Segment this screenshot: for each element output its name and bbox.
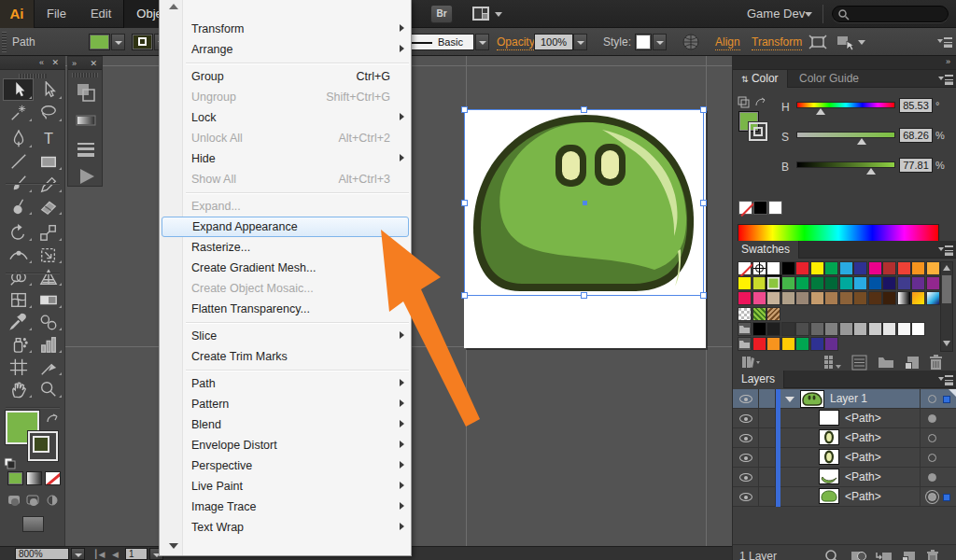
menu-item-blend[interactable]: Blend (160, 414, 411, 435)
swatch-grad-bw[interactable] (897, 291, 911, 305)
visibility-eye-icon[interactable] (739, 434, 752, 442)
swatch[interactable] (752, 322, 766, 336)
selection-handle[interactable] (581, 292, 587, 299)
symbols-panel-icon[interactable] (71, 165, 101, 189)
swatch-pat-checker[interactable] (738, 307, 752, 321)
delete-layer-icon[interactable] (925, 549, 940, 560)
panel-menu-icon[interactable] (938, 75, 953, 84)
drawing-mode-buttons[interactable] (7, 493, 60, 508)
zoom-level-field[interactable]: 800% (15, 548, 69, 560)
panel-grip[interactable] (72, 73, 98, 77)
swatch[interactable] (911, 261, 925, 275)
layer-name[interactable]: <Path> (845, 490, 881, 503)
search-input[interactable] (832, 6, 949, 22)
prev-artboard-icon[interactable]: ◀ (112, 550, 119, 559)
target-circle[interactable] (928, 454, 936, 462)
clipping-mask-icon[interactable] (851, 549, 867, 560)
gradient-panel-icon[interactable] (71, 109, 101, 133)
menubar-item-edit[interactable]: Edit (78, 0, 123, 28)
layer-thumbnail[interactable] (819, 488, 839, 504)
tab-layers[interactable]: Layers (733, 371, 784, 388)
scroll-down-icon[interactable] (942, 339, 951, 350)
scrollbar-thumb[interactable] (942, 275, 951, 303)
swatch[interactable] (853, 276, 867, 290)
gradient-mode-button[interactable] (26, 471, 42, 485)
swatch[interactable] (781, 261, 795, 275)
visibility-eye-icon[interactable] (739, 473, 752, 482)
swatch[interactable] (824, 291, 838, 305)
visibility-eye-icon[interactable] (739, 493, 752, 501)
menu-item-image-trace[interactable]: Image Trace (160, 497, 411, 517)
chevron-down-icon[interactable] (858, 40, 865, 45)
lasso-tool[interactable] (33, 101, 63, 123)
workspace-switcher[interactable]: Game Dev (747, 0, 805, 28)
style-swatch[interactable] (635, 34, 652, 50)
rectangle-tool[interactable] (33, 149, 63, 172)
layer-thumbnail[interactable] (819, 469, 839, 484)
eyedropper-tool[interactable] (3, 310, 34, 332)
first-artboard-icon[interactable]: ┃◀ (93, 550, 105, 559)
layer-name[interactable]: <Path> (845, 412, 881, 425)
layer-thumbnail[interactable] (800, 390, 824, 408)
stroke-panel-icon[interactable] (71, 137, 101, 161)
perspective-grid-tool[interactable] (33, 265, 63, 287)
tab-swatches[interactable]: Swatches (733, 241, 799, 259)
none-swatch[interactable] (738, 201, 752, 215)
target-circle[interactable] (928, 493, 936, 501)
color-group-folder-icon[interactable] (738, 322, 752, 336)
blob-brush-tool[interactable] (3, 194, 34, 217)
menu-item-lock[interactable]: Lock (160, 107, 411, 128)
swatch-none[interactable] (738, 261, 752, 275)
swatch[interactable] (882, 261, 896, 275)
swatch[interactable] (897, 322, 911, 336)
eraser-tool[interactable] (33, 194, 63, 217)
disclosure-triangle-icon[interactable] (785, 397, 794, 402)
collapse-dock-icon[interactable]: » (946, 57, 951, 66)
menu-item-pattern[interactable]: Pattern (160, 394, 411, 414)
swatch[interactable] (766, 322, 780, 336)
panel-menu-icon[interactable] (938, 245, 953, 255)
swatch[interactable] (810, 337, 824, 351)
swatches-scrollbar[interactable] (940, 261, 953, 352)
swatch[interactable] (810, 322, 824, 336)
white-swatch[interactable] (768, 201, 782, 215)
selected-swatch[interactable] (766, 276, 780, 290)
artboard-tool[interactable] (3, 355, 34, 377)
visibility-eye-icon[interactable] (739, 454, 752, 462)
close-icon[interactable]: ✕ (51, 58, 60, 67)
swatch-pat-green[interactable] (752, 307, 766, 321)
swatch[interactable] (839, 291, 853, 305)
swatch[interactable] (926, 261, 940, 275)
swatch[interactable] (868, 261, 882, 275)
swatch[interactable] (781, 322, 795, 336)
menu-item-show-all[interactable]: Show AllAlt+Ctrl+3 (160, 169, 411, 189)
menu-item-expand-appearance[interactable]: Expand Appearance (162, 217, 409, 237)
stroke-color-proxy[interactable] (28, 431, 58, 461)
menu-item-create-trim-marks[interactable]: Create Trim Marks (160, 346, 411, 367)
mesh-tool[interactable] (3, 287, 34, 310)
gradient-tool[interactable] (33, 287, 63, 310)
swap-fill-stroke-icon[interactable] (45, 413, 60, 426)
slider-track-h[interactable] (796, 102, 895, 108)
menu-item-unlock-all[interactable]: Unlock AllAlt+Ctrl+2 (160, 128, 411, 148)
menu-item-arrange[interactable]: Arrange (160, 39, 411, 60)
new-sublayer-icon[interactable] (875, 549, 893, 560)
menu-item-transform[interactable]: Transform (160, 19, 411, 39)
swatch[interactable] (795, 276, 809, 290)
layer-name[interactable]: Layer 1 (830, 392, 867, 405)
swatch[interactable] (824, 276, 838, 290)
fill-color-swatch[interactable] (89, 34, 110, 50)
layer-row-path[interactable]: <Path> (733, 409, 956, 428)
target-circle[interactable] (928, 395, 936, 403)
swatch[interactable] (911, 276, 925, 290)
menu-item-create-object-mosaic[interactable]: Create Object Mosaic... (160, 278, 411, 299)
swatch[interactable] (738, 276, 752, 290)
swatch[interactable] (911, 322, 925, 336)
selection-indicator-square[interactable] (943, 396, 950, 403)
panel-grip[interactable] (2, 32, 7, 52)
symbol-sprayer-tool[interactable] (3, 332, 34, 355)
layer-row-path[interactable]: <Path> (733, 468, 956, 487)
default-fill-stroke-icon[interactable] (4, 457, 17, 469)
swatch[interactable] (766, 261, 780, 275)
swatch[interactable] (795, 261, 809, 275)
